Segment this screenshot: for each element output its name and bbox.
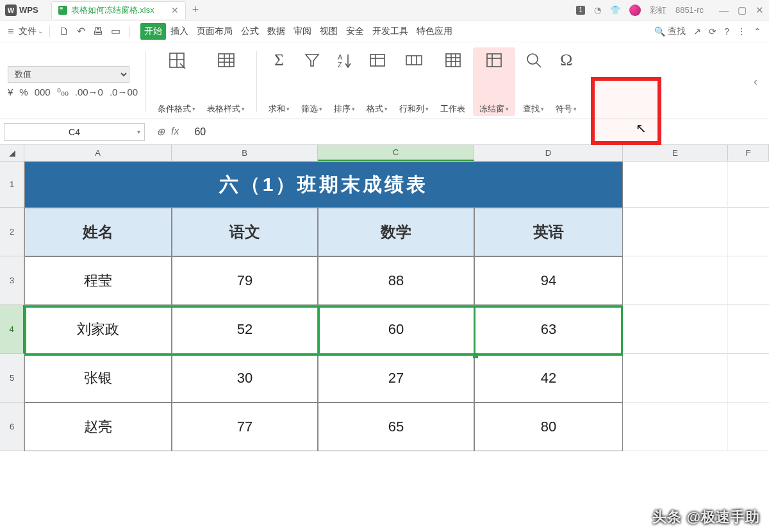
row-3[interactable]: 3	[0, 256, 24, 305]
currency-icon[interactable]: ¥	[8, 87, 13, 97]
tab-start[interactable]: 开始	[140, 23, 166, 40]
print-icon[interactable]: 🖶	[90, 26, 106, 37]
user-avatar[interactable]	[629, 4, 641, 16]
conditional-format-button[interactable]: 条件格式▾	[154, 47, 199, 116]
col-B[interactable]: B	[172, 145, 318, 161]
svg-point-26	[527, 54, 538, 64]
row-4[interactable]: 4	[0, 305, 24, 354]
tab-insert[interactable]: 插入	[167, 23, 192, 40]
document-tab[interactable]: 表格如何冻结窗格.xlsx ✕	[51, 1, 186, 19]
cell-C6[interactable]: 65	[318, 403, 474, 451]
fill-handle[interactable]	[473, 353, 478, 358]
file-menu[interactable]: 文件 ⌄	[19, 26, 43, 37]
precision-icon[interactable]: ⁰₀₀	[57, 87, 69, 98]
wps-icon: W	[5, 4, 17, 16]
row-6[interactable]: 6	[0, 403, 24, 451]
col-A[interactable]: A	[24, 145, 172, 161]
cell-D4[interactable]: 63	[474, 305, 623, 354]
maximize-button[interactable]: ▢	[738, 4, 747, 16]
row-1[interactable]: 1	[0, 162, 24, 208]
name-box[interactable]: C4 ▾	[4, 123, 145, 141]
header-chinese[interactable]: 语文	[172, 208, 318, 256]
formula-input[interactable]: 60	[190, 126, 769, 138]
new-tab-button[interactable]: +	[192, 3, 199, 17]
dec-increase-icon[interactable]: .0→00	[110, 87, 138, 97]
header-name[interactable]: 姓名	[24, 208, 172, 256]
tab-security[interactable]: 安全	[342, 23, 368, 40]
cell-D3[interactable]: 94	[474, 256, 623, 305]
tab-layout[interactable]: 页面布局	[193, 23, 236, 40]
col-F[interactable]: F	[728, 145, 769, 161]
cell-B6[interactable]: 77	[172, 403, 318, 451]
sum-icon: Σ	[274, 49, 284, 72]
tab-data[interactable]: 数据	[263, 23, 289, 40]
cell-C4[interactable]: 60	[318, 305, 474, 354]
minimize-button[interactable]: —	[719, 4, 729, 16]
tab-special[interactable]: 特色应用	[413, 23, 456, 40]
close-button[interactable]: ✕	[756, 4, 764, 16]
col-D[interactable]: D	[474, 145, 623, 161]
svg-rect-4	[219, 54, 234, 67]
cell-A6[interactable]: 赵亮	[24, 403, 172, 451]
header-english[interactable]: 英语	[474, 208, 623, 256]
preview-icon[interactable]: ▭	[108, 25, 123, 37]
svg-text:A: A	[338, 53, 343, 61]
find-icon	[524, 49, 543, 72]
fx-zoom-icon[interactable]: ⊕	[156, 126, 165, 138]
cell-C3[interactable]: 88	[318, 256, 474, 305]
symbol-button[interactable]: Ω 符号▾	[552, 47, 581, 116]
tab-view[interactable]: 视图	[316, 23, 342, 40]
format-button[interactable]: 格式▾	[363, 47, 392, 116]
ribbon-scroll-left[interactable]: ‹	[750, 75, 761, 88]
more-icon[interactable]: ⋮	[737, 26, 746, 37]
search-button[interactable]: 🔍 查找	[654, 26, 686, 37]
sort-button[interactable]: AZ 排序▾	[330, 47, 359, 116]
freeze-panes-button[interactable]: 冻结窗▾	[473, 47, 515, 116]
cell-A3[interactable]: 程莹	[24, 256, 172, 305]
table-style-button[interactable]: 表格样式▾	[203, 47, 249, 116]
col-E[interactable]: E	[623, 145, 728, 161]
sum-button[interactable]: Σ 求和▾	[265, 47, 294, 116]
cell-D5[interactable]: 42	[474, 354, 623, 403]
close-tab-icon[interactable]: ✕	[171, 5, 179, 15]
collapse-ribbon-icon[interactable]: ⌃	[754, 26, 761, 37]
fx-icon[interactable]: fx	[171, 126, 179, 138]
filter-button[interactable]: 筛选▾	[297, 47, 326, 116]
header-math[interactable]: 数学	[318, 208, 474, 256]
menu-bar: ≡ 文件 ⌄ 🗋 ↶ 🖶 ▭ 开始 插入 页面布局 公式 数据 审阅 视图 安全…	[0, 21, 769, 42]
save-icon[interactable]: 🗋	[56, 26, 72, 37]
hamburger-icon[interactable]: ≡	[8, 26, 13, 37]
cell-D6[interactable]: 80	[474, 403, 623, 451]
cell-A5[interactable]: 张银	[24, 354, 172, 403]
drop-icon[interactable]: ◔	[594, 5, 601, 15]
undo-icon[interactable]: ↶	[74, 25, 88, 37]
number-format-select[interactable]: 数值	[8, 66, 129, 83]
notification-badge[interactable]: 1	[576, 6, 585, 15]
worksheet-button[interactable]: 工作表	[436, 47, 469, 116]
cell-B5[interactable]: 30	[172, 354, 318, 403]
cell-A4[interactable]: 刘家政	[24, 305, 172, 354]
tab-review[interactable]: 审阅	[290, 23, 315, 40]
svg-rect-18	[446, 54, 460, 67]
tab-developer[interactable]: 开发工具	[368, 23, 412, 40]
row-5[interactable]: 5	[0, 354, 24, 403]
col-C[interactable]: C	[318, 145, 474, 161]
select-all-corner[interactable]: ◢	[0, 145, 24, 161]
watermark: 头条 @极速手助	[652, 508, 760, 527]
help-icon[interactable]: ?	[724, 26, 729, 37]
rowcol-button[interactable]: 行和列▾	[395, 47, 433, 116]
tab-formula[interactable]: 公式	[237, 23, 263, 40]
title-cell[interactable]: 六（1）班期末成绩表	[24, 162, 623, 208]
dec-decrease-icon[interactable]: .00→0	[75, 87, 103, 97]
cell-B4[interactable]: 52	[172, 305, 318, 354]
thousands-icon[interactable]: 000	[35, 87, 51, 97]
table-style-icon	[217, 49, 236, 72]
row-2[interactable]: 2	[0, 208, 24, 256]
sync-icon[interactable]: ⟳	[709, 26, 716, 37]
skin-icon[interactable]: 👕	[610, 5, 620, 15]
cell-C5[interactable]: 27	[318, 354, 474, 403]
cell-B3[interactable]: 79	[172, 256, 318, 305]
percent-icon[interactable]: %	[19, 87, 28, 97]
find-button[interactable]: 查找▾	[519, 47, 548, 116]
share-icon[interactable]: ↗	[693, 26, 701, 37]
